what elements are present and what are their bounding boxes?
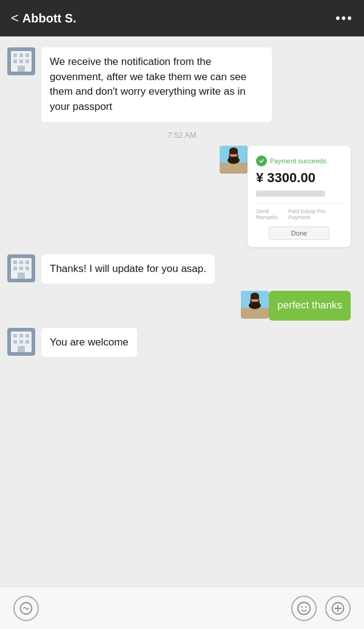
avatar [7,47,35,75]
message-row: We receive the notification from the gov… [0,44,364,126]
svg-rect-20 [25,260,29,264]
avatar-building [7,254,35,282]
svg-rect-34 [13,334,17,338]
svg-rect-38 [19,340,23,344]
message-row: Thanks! I will update for you asap. [0,251,364,288]
svg-point-15 [228,157,240,164]
timestamp: 7:52 AM [0,126,364,142]
svg-rect-19 [19,260,23,264]
payment-footer-left: Send Remarks [256,208,288,220]
svg-rect-24 [18,273,25,279]
message-row-payment: Payment succeeds ¥ 3300.00 Send Remarks … [0,142,364,251]
message-row: You are welcome [0,324,364,361]
svg-rect-7 [25,59,29,63]
chat-area: We receive the notification from the gov… [0,36,364,586]
payment-success-label: Payment succeeds [270,157,326,165]
payment-divider [256,203,342,203]
svg-point-42 [298,602,310,614]
add-button[interactable] [325,596,351,621]
chat-header: < Abbott S. ••• [0,0,364,36]
payment-detail-blurred [256,191,325,197]
payment-card: Payment succeeds ¥ 3300.00 Send Remarks … [248,146,351,247]
svg-rect-36 [25,334,29,338]
toolbar [0,586,364,629]
more-options-button[interactable]: ••• [335,10,353,26]
svg-rect-14 [229,151,238,154]
svg-rect-22 [19,267,23,270]
message-bubble: We receive the notification from the gov… [41,47,272,122]
contact-name: Abbott S. [22,12,76,25]
svg-rect-39 [25,340,29,344]
message-bubble-sent: perfect thanks [269,291,351,321]
avatar-girl [241,291,269,319]
svg-rect-23 [25,267,29,270]
message-row: perfect thanks [0,287,364,324]
svg-rect-5 [13,59,17,63]
payment-success-row: Payment succeeds [256,155,342,166]
check-circle-icon [256,155,267,166]
svg-rect-40 [18,346,25,352]
svg-rect-3 [19,53,23,57]
message-bubble: You are welcome [41,328,137,358]
header-left: < Abbott S. [11,10,76,26]
payment-footer-right: Paid to/pay For Payment [288,208,342,220]
payment-amount: ¥ 3300.00 [256,170,342,186]
svg-rect-21 [13,267,17,270]
payment-done-button[interactable]: Done [269,226,329,240]
svg-rect-18 [13,260,17,264]
emoji-button[interactable] [291,596,317,621]
svg-rect-6 [19,59,23,63]
voice-button[interactable] [13,596,39,621]
svg-point-43 [301,606,302,607]
svg-rect-8 [18,66,25,72]
back-button[interactable]: < [11,10,19,26]
svg-point-44 [305,606,306,607]
avatar-girl [220,146,248,174]
message-bubble: Thanks! I will update for you asap. [41,254,215,284]
svg-rect-35 [19,334,23,338]
svg-point-31 [249,302,261,309]
svg-rect-37 [13,340,17,344]
avatar-building [7,328,35,356]
payment-footer: Send Remarks Paid to/pay For Payment [256,208,342,220]
svg-rect-2 [13,53,17,57]
svg-rect-30 [251,296,259,299]
svg-rect-4 [25,53,29,57]
